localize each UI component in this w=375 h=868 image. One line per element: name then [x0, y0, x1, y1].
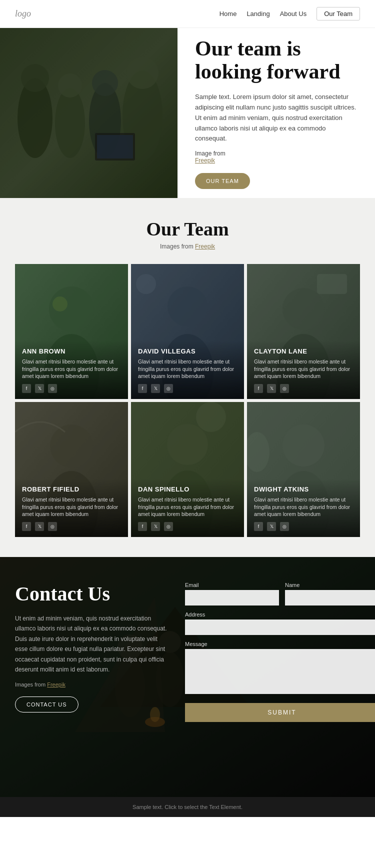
address-input[interactable] — [185, 620, 375, 635]
instagram-icon-6[interactable]: ◎ — [280, 522, 289, 531]
facebook-icon-6[interactable]: f — [254, 522, 263, 531]
name-input[interactable] — [285, 590, 375, 606]
team-member-name-5: DAN SPINELLO — [138, 486, 237, 493]
team-card-5: DAN SPINELLO Glavi amet ritnisi libero m… — [131, 402, 244, 537]
team-member-desc-6: Glavi amet ritnisi libero molestie ante … — [254, 496, 353, 518]
team-social-icons-3: f 𝕏 ◎ — [254, 384, 353, 393]
hero-title: Our team is looking forward — [195, 37, 358, 83]
contact-description: Ut enim ad minim veniam, quis nostrud ex… — [15, 614, 170, 674]
contact-image-credit: Images from Freepik — [15, 682, 170, 688]
instagram-icon-3[interactable]: ◎ — [280, 384, 289, 393]
team-social-icons-4: f 𝕏 ◎ — [22, 522, 121, 531]
hero-description: Sample text. Lorem ipsum dolor sit amet,… — [195, 92, 358, 144]
instagram-icon-5[interactable]: ◎ — [164, 522, 173, 531]
twitter-icon-4[interactable]: 𝕏 — [35, 522, 44, 531]
contact-form: Email Name Address Message SUBMIT — [185, 582, 375, 772]
team-member-desc-5: Glavi amet ritnisi libero molestie ante … — [138, 496, 237, 518]
team-card-3: CLAYTON LANE Glavi amet ritnisi libero m… — [247, 264, 360, 399]
team-member-desc-4: Glavi amet ritnisi libero molestie ante … — [22, 496, 121, 518]
contact-left: Contact Us Ut enim ad minim veniam, quis… — [15, 582, 170, 772]
team-card-overlay-1: ANN BROWN Glavi amet ritnisi libero mole… — [15, 340, 128, 399]
team-member-desc-3: Glavi amet ritnisi libero molestie ante … — [254, 358, 353, 380]
nav-link-landing[interactable]: Landing — [246, 10, 270, 18]
message-label: Message — [185, 641, 375, 647]
footer-text: Sample text. Click to select the Text El… — [15, 804, 360, 810]
twitter-icon-6[interactable]: 𝕏 — [267, 522, 276, 531]
team-card-1: ANN BROWN Glavi amet ritnisi libero mole… — [15, 264, 128, 399]
twitter-icon-1[interactable]: 𝕏 — [35, 384, 44, 393]
team-freepik-link[interactable]: Freepik — [195, 243, 215, 250]
instagram-icon-2[interactable]: ◎ — [164, 384, 173, 393]
email-input[interactable] — [185, 590, 279, 606]
form-row-email-name: Email Name — [185, 582, 375, 606]
nav-links: Home Landing About Us Our Team — [220, 7, 360, 20]
nav-link-ourteam[interactable]: Our Team — [316, 7, 360, 20]
facebook-icon-5[interactable]: f — [138, 522, 147, 531]
instagram-icon-1[interactable]: ◎ — [48, 384, 57, 393]
team-social-icons-6: f 𝕏 ◎ — [254, 522, 353, 531]
nav-link-home[interactable]: Home — [220, 10, 237, 18]
name-label: Name — [285, 582, 375, 588]
address-label: Address — [185, 612, 375, 618]
email-label: Email — [185, 582, 279, 588]
instagram-icon-4[interactable]: ◎ — [48, 522, 57, 531]
team-card-overlay-4: ROBERT FIFIELD Glavi amet ritnisi libero… — [15, 478, 128, 537]
team-card-overlay-5: DAN SPINELLO Glavi amet ritnisi libero m… — [131, 478, 244, 537]
nav-logo: logo — [15, 8, 31, 19]
message-textarea[interactable] — [185, 649, 375, 694]
hero-cta-button[interactable]: OUR TEAM — [195, 173, 250, 189]
navigation: logo Home Landing About Us Our Team — [0, 0, 375, 28]
form-group-message: Message — [185, 641, 375, 694]
hero-image-inner — [0, 28, 178, 198]
form-group-address: Address — [185, 612, 375, 635]
team-member-desc-2: Glavi amet ritnisi libero molestie ante … — [138, 358, 237, 380]
team-member-desc-1: Glavi amet ritnisi libero molestie ante … — [22, 358, 121, 380]
svg-rect-11 — [0, 28, 178, 198]
hero-section: Our team is looking forward Sample text.… — [0, 28, 375, 198]
team-card-overlay-2: DAVID VILLEGAS Glavi amet ritnisi libero… — [131, 340, 244, 399]
team-card-overlay-6: DWIGHT ATKINS Glavi amet ritnisi libero … — [247, 478, 360, 537]
contact-cta-button[interactable]: CONTACT US — [15, 696, 78, 712]
team-card-2: DAVID VILLEGAS Glavi amet ritnisi libero… — [131, 264, 244, 399]
team-section-title: Our Team — [15, 218, 360, 240]
contact-title: Contact Us — [15, 582, 170, 606]
twitter-icon-2[interactable]: 𝕏 — [151, 384, 160, 393]
facebook-icon-3[interactable]: f — [254, 384, 263, 393]
twitter-icon-5[interactable]: 𝕏 — [151, 522, 160, 531]
form-group-name: Name — [285, 582, 375, 606]
submit-button[interactable]: SUBMIT — [185, 703, 375, 722]
hero-content: Our team is looking forward Sample text.… — [178, 28, 375, 198]
team-section-subtitle: Images from Freepik — [15, 243, 360, 250]
team-section: Our Team Images from Freepik — [0, 198, 375, 557]
team-social-icons-5: f 𝕏 ◎ — [138, 522, 237, 531]
hero-image — [0, 28, 178, 198]
nav-link-about[interactable]: About Us — [280, 10, 306, 18]
team-social-icons-1: f 𝕏 ◎ — [22, 384, 121, 393]
team-grid: ANN BROWN Glavi amet ritnisi libero mole… — [15, 264, 360, 537]
team-member-name-1: ANN BROWN — [22, 348, 121, 355]
twitter-icon-3[interactable]: 𝕏 — [267, 384, 276, 393]
team-member-name-6: DWIGHT ATKINS — [254, 486, 353, 493]
team-member-name-2: DAVID VILLEGAS — [138, 348, 237, 355]
facebook-icon-1[interactable]: f — [22, 384, 31, 393]
hero-image-credit: Image from Freepik — [195, 150, 358, 164]
team-card-overlay-3: CLAYTON LANE Glavi amet ritnisi libero m… — [247, 340, 360, 399]
facebook-icon-4[interactable]: f — [22, 522, 31, 531]
team-member-name-4: ROBERT FIFIELD — [22, 486, 121, 493]
team-social-icons-2: f 𝕏 ◎ — [138, 384, 237, 393]
contact-section: Contact Us Ut enim ad minim veniam, quis… — [0, 557, 375, 797]
footer: Sample text. Click to select the Text El… — [0, 797, 375, 817]
facebook-icon-2[interactable]: f — [138, 384, 147, 393]
form-group-email: Email — [185, 582, 279, 606]
team-card-4: ROBERT FIFIELD Glavi amet ritnisi libero… — [15, 402, 128, 537]
hero-freepik-link[interactable]: Freepik — [195, 157, 215, 164]
contact-freepik-link[interactable]: Freepik — [47, 682, 66, 688]
team-card-6: DWIGHT ATKINS Glavi amet ritnisi libero … — [247, 402, 360, 537]
team-member-name-3: CLAYTON LANE — [254, 348, 353, 355]
